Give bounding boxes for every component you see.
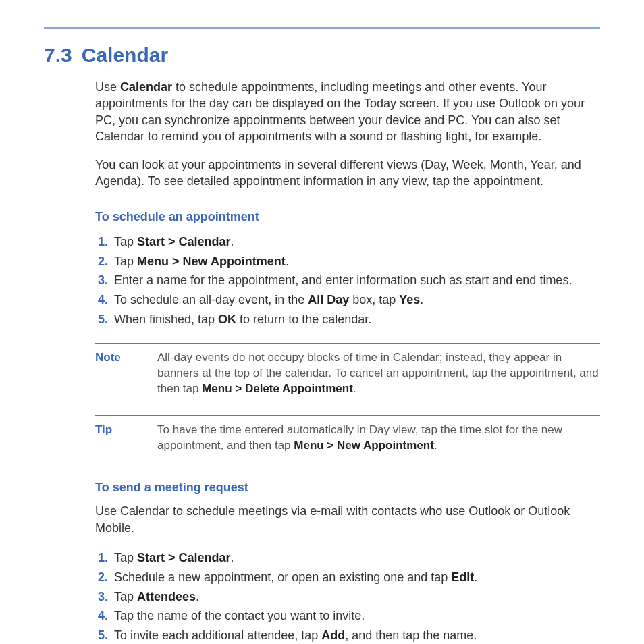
intro-paragraph-2: You can look at your appointments in sev… xyxy=(95,157,600,190)
text: . xyxy=(231,235,234,248)
list-item: Tap Menu > New Appointment. xyxy=(111,252,600,271)
bold-text: All Day xyxy=(308,293,349,306)
bold-text: Add xyxy=(321,628,345,642)
text: . xyxy=(286,254,289,268)
note-content: All-day events do not occupy blocks of t… xyxy=(157,350,600,397)
meeting-heading: To send a meeting request xyxy=(95,481,600,495)
text: . xyxy=(420,293,423,306)
tip-callout: Tip To have the time entered automatical… xyxy=(95,415,600,461)
tip-content: To have the time entered automatically i… xyxy=(157,423,600,454)
text: box, tap xyxy=(349,293,399,306)
bold-text: Edit xyxy=(451,570,474,584)
text: . xyxy=(231,551,234,564)
top-rule xyxy=(44,27,600,29)
list-item: Tap Attendees. xyxy=(111,587,600,607)
text: To schedule an all-day event, in the xyxy=(114,293,308,306)
text: Tap xyxy=(114,254,137,268)
bold-text: Calendar xyxy=(120,80,172,94)
note-label: Note xyxy=(95,350,157,397)
text: Tap xyxy=(114,551,137,564)
text: . xyxy=(434,439,437,452)
list-item: Tap Start > Calendar. xyxy=(111,548,600,568)
bold-text: Menu > New Appointment xyxy=(294,439,434,452)
text: . xyxy=(474,570,477,584)
note-callout: Note All-day events do not occupy blocks… xyxy=(95,343,600,404)
text: . xyxy=(353,382,356,395)
list-item: Schedule a new appointment, or open an e… xyxy=(111,568,600,587)
section-title: Calendar xyxy=(82,44,168,67)
text: Tap xyxy=(114,590,137,603)
bold-text: Start > Calendar xyxy=(137,235,231,248)
list-item: To schedule an all-day event, in the All… xyxy=(111,290,600,310)
text: Tap xyxy=(114,235,137,248)
bold-text: Start > Calendar xyxy=(137,551,231,564)
list-item: Tap Start > Calendar. xyxy=(111,232,600,252)
text: To invite each additional attendee, tap xyxy=(114,628,321,642)
text: Use xyxy=(95,80,120,94)
text: Schedule a new appointment, or open an e… xyxy=(114,570,451,584)
list-item: When finished, tap OK to return to the c… xyxy=(111,310,600,329)
bold-text: Yes xyxy=(399,293,420,306)
section-heading: 7.3 Calendar xyxy=(44,44,600,67)
meeting-intro: Use Calendar to schedule meetings via e-… xyxy=(95,503,600,536)
bold-text: Attendees xyxy=(137,590,196,603)
bold-text: Menu > Delete Appointment xyxy=(202,382,353,395)
bold-text: Menu > New Appointment xyxy=(137,254,286,268)
meeting-steps: Tap Start > Calendar. Schedule a new app… xyxy=(95,548,600,644)
section-number: 7.3 xyxy=(44,44,72,67)
text: . xyxy=(196,590,199,603)
text: , and then tap the name. xyxy=(345,628,477,642)
intro-paragraph-1: Use Calendar to schedule appointments, i… xyxy=(95,79,600,144)
text: to return to the calendar. xyxy=(236,313,371,326)
list-item: Tap the name of the contact you want to … xyxy=(111,606,600,626)
schedule-heading: To schedule an appointment xyxy=(95,210,600,224)
tip-label: Tip xyxy=(95,423,157,454)
text: When finished, tap xyxy=(114,313,218,326)
bold-text: OK xyxy=(218,313,236,326)
list-item: To invite each additional attendee, tap … xyxy=(111,626,600,644)
schedule-steps: Tap Start > Calendar. Tap Menu > New App… xyxy=(95,232,600,329)
list-item: Enter a name for the appointment, and en… xyxy=(111,271,600,290)
